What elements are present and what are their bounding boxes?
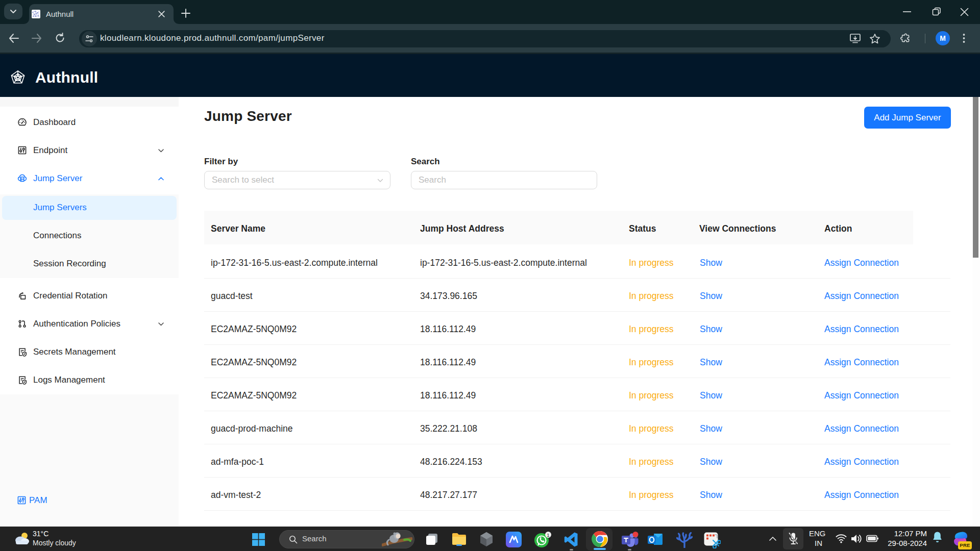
svg-text:1: 1: [547, 532, 549, 538]
